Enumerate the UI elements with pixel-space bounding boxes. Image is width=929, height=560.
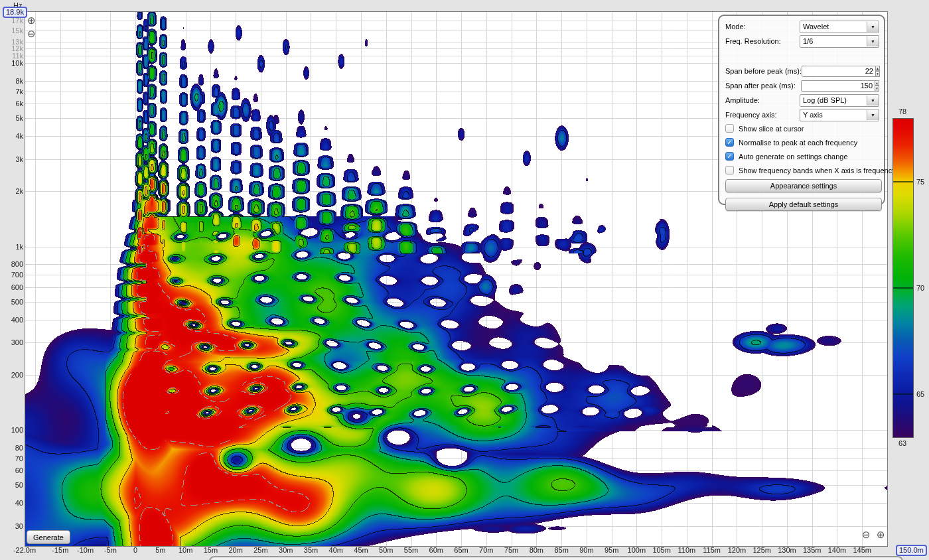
y-tick-label: 1k (1, 243, 23, 251)
y-tick-label: 3k (1, 155, 23, 163)
amplitude-value: Log (dB SPL) (800, 96, 867, 104)
amplitude-label: Amplitude: (725, 96, 760, 104)
y-tick-label: 7k (1, 88, 23, 96)
checkbox-label: Show frequency bands when X axis is freq… (739, 167, 896, 175)
x-tick-label: 110m (672, 546, 701, 554)
x-tick-label: 135m (798, 546, 827, 554)
span-before-label: Span before peak (ms): (725, 67, 802, 75)
y-tick-label: 300 (1, 338, 23, 346)
x-tick-label: 85m (547, 546, 576, 554)
x-tick-label: 25m (246, 546, 275, 554)
settings-checkbox-row[interactable]: Show frequency bands when X axis is freq… (725, 165, 879, 175)
y-tick-label: 600 (1, 283, 23, 291)
x-axis-right-limit[interactable]: 150.0m (896, 545, 927, 556)
x-tick-label: 100m (622, 546, 651, 554)
checkbox-unchecked-icon[interactable] (725, 124, 734, 133)
x-tick-label: 5m (146, 546, 175, 554)
x-tick-label: 75m (497, 546, 526, 554)
x-tick-label: 20m (221, 546, 250, 554)
spin-up-icon[interactable]: ▲ (876, 66, 880, 72)
span-after-input[interactable] (801, 80, 875, 92)
x-tick-label: 140m (822, 546, 851, 554)
colorbar-gradient (893, 119, 913, 437)
x-tick-label: 145m (847, 546, 877, 554)
x-tick-label: 125m (747, 546, 776, 554)
freq-resolution-label: Freq. Resolution: (725, 37, 781, 45)
chevron-down-icon: ▼ (867, 36, 879, 46)
y-tick-label-minor: 13k (1, 38, 23, 46)
y-tick-label: 700 (1, 271, 23, 279)
colorbar-tick-label: 75 (916, 178, 924, 186)
mode-label: Mode: (725, 23, 746, 31)
y-tick-label: 40 (1, 499, 23, 507)
y-tick-label: 6k (1, 100, 23, 107)
x-axis-left-limit: -22.0m (10, 546, 39, 554)
appearance-settings-button[interactable]: Appearance settings (725, 179, 882, 192)
checkbox-label: Show slice at cursor (739, 125, 804, 133)
spin-down-icon[interactable]: ▼ (875, 86, 879, 92)
apply-default-settings-button[interactable]: Apply default settings (725, 198, 882, 211)
spin-up-icon[interactable]: ▲ (875, 80, 879, 86)
y-tick-label: 8k (1, 77, 23, 85)
x-tick-label: 80m (522, 546, 551, 554)
y-tick-label: 4k (1, 132, 23, 140)
y-tick-label-minor: 11k (1, 52, 23, 60)
amplitude-row: Amplitude: Log (dB SPL) ▼ (725, 94, 879, 106)
settings-checkbox-row[interactable]: ✓Normalise to peak at each frequency (725, 137, 879, 147)
frequency-axis-row: Frequency axis: Y axis ▼ (725, 109, 879, 121)
x-tick-label: 105m (647, 546, 676, 554)
frequency-axis-label: Frequency axis: (725, 111, 777, 119)
y-axis-top-limit[interactable]: 18.9k (3, 7, 27, 18)
freq-resolution-select[interactable]: 1/6 ▼ (800, 35, 879, 48)
checkbox-checked-icon[interactable]: ✓ (725, 138, 734, 147)
span-before-row: Span before peak (ms): ▲ ▼ (725, 65, 879, 77)
generate-button[interactable]: Generate (27, 530, 70, 544)
settings-checkbox-row[interactable]: Show slice at cursor (725, 123, 879, 133)
freq-resolution-row: Freq. Resolution: 1/6 ▼ (725, 35, 879, 47)
zoom-out-icon[interactable]: ⊖ (27, 29, 36, 38)
colorbar-tick-line (893, 287, 913, 289)
y-tick-label: 500 (1, 298, 23, 306)
spin-down-icon[interactable]: ▼ (876, 71, 880, 77)
y-tick-label: 50 (1, 481, 23, 489)
colorbar-tick-line (893, 393, 913, 395)
y-tick-label: 70 (1, 455, 23, 462)
x-tick-label: 15m (196, 546, 225, 554)
checkbox-unchecked-icon[interactable] (725, 166, 734, 175)
x-tick-label: -5m (96, 546, 125, 554)
frequency-axis-value: Y axis (800, 111, 867, 119)
settings-checkbox-row[interactable]: ✓Auto generate on settings change (725, 151, 879, 161)
colorbar-max-label: 78 (893, 107, 912, 115)
colorbar-tick-label: 65 (916, 390, 924, 398)
mode-value: Wavelet (800, 23, 867, 31)
mode-select[interactable]: Wavelet ▼ (800, 21, 879, 33)
y-tick-label: 2k (1, 187, 23, 195)
zoom-in-icon-bottom[interactable]: ⊕ (877, 530, 885, 539)
checkbox-label: Auto generate on settings change (739, 153, 848, 161)
colorbar-tick-label: 70 (916, 284, 924, 292)
chevron-down-icon: ▼ (867, 22, 879, 32)
amplitude-select[interactable]: Log (dB SPL) ▼ (800, 94, 879, 107)
zoom-out-icon-bottom[interactable]: ⊖ (862, 530, 871, 539)
chevron-down-icon: ▼ (867, 110, 879, 120)
y-tick-label: 5k (1, 114, 23, 122)
colorbar (893, 118, 914, 438)
x-tick-label: 45m (346, 546, 376, 554)
checkbox-label: Normalise to peak at each frequency (739, 139, 857, 147)
y-tick-label: 800 (1, 260, 23, 268)
colorbar-tick-line (893, 181, 913, 182)
y-tick-label: 100 (1, 426, 23, 434)
zoom-in-icon[interactable]: ⊕ (27, 16, 36, 25)
checkbox-checked-icon[interactable]: ✓ (725, 152, 734, 161)
x-tick-label: 50m (372, 546, 401, 554)
x-tick-label: 70m (472, 546, 501, 554)
x-tick-label: -10m (71, 546, 100, 554)
y-tick-label: 10k (1, 59, 23, 67)
frequency-axis-select[interactable]: Y axis ▼ (800, 109, 879, 121)
span-before-input[interactable] (802, 66, 876, 77)
x-tick-label: 65m (447, 546, 476, 554)
bottom-scrollbar[interactable] (209, 556, 903, 560)
panel-spacer (725, 50, 879, 65)
spectrogram-settings-panel: Mode: Wavelet ▼ Freq. Resolution: 1/6 ▼ … (718, 15, 885, 205)
span-after-label: Span after peak (ms): (725, 82, 796, 90)
